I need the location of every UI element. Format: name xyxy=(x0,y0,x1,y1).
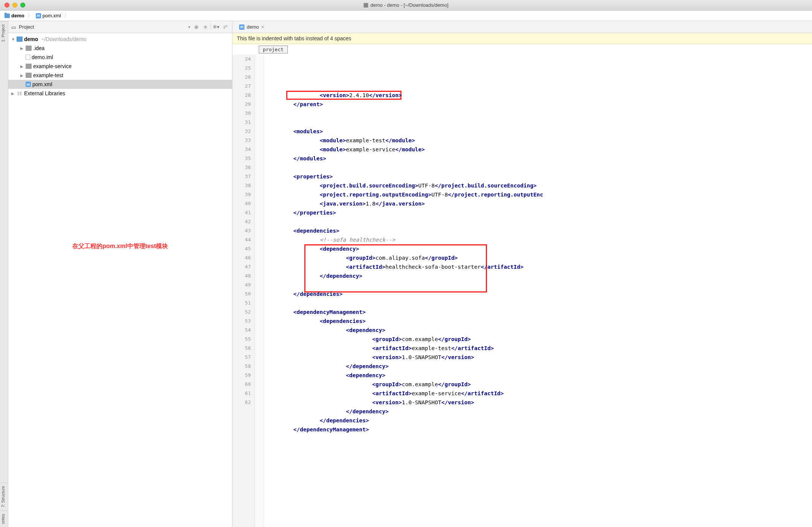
close-window-button[interactable] xyxy=(5,3,9,8)
code-line[interactable] xyxy=(267,118,812,127)
code-line[interactable]: </modules> xyxy=(267,154,812,163)
tree-root-label: demo xyxy=(24,36,38,42)
code-line[interactable]: </dependency> xyxy=(267,271,812,280)
code-line[interactable]: <java.version>1.8</java.version> xyxy=(267,199,812,208)
code-line[interactable]: <artifactId>example-service</artifactId> xyxy=(267,389,812,398)
code-line[interactable] xyxy=(267,434,812,443)
code-line[interactable]: <module>example-service</module> xyxy=(267,145,812,154)
project-panel-tools: ⊕ ≑ ✲▾ ⥂ xyxy=(192,23,229,31)
code-line[interactable]: </dependencies> xyxy=(267,289,812,299)
line-number: 32 xyxy=(232,127,251,136)
line-number: 34 xyxy=(232,145,251,154)
code-line[interactable]: </dependency> xyxy=(267,362,812,371)
code-line[interactable]: </dependency> xyxy=(267,407,812,416)
line-number: 24 xyxy=(232,55,251,64)
tab-project[interactable]: 1: Project xyxy=(0,21,8,45)
line-number: 27 xyxy=(232,82,251,91)
code-line[interactable]: <groupId>com.alipay.sofa</groupId> xyxy=(267,253,812,262)
code-line[interactable] xyxy=(267,217,812,226)
tree-item-idea[interactable]: .idea xyxy=(8,44,232,53)
code-line[interactable]: <version>2.4.10</version> xyxy=(267,91,812,100)
tree-root-path: ~/Downloads/demo xyxy=(41,36,86,42)
project-tree[interactable]: demo ~/Downloads/demo .idea demo.iml exa… xyxy=(8,33,232,99)
code-line[interactable] xyxy=(267,163,812,172)
close-tab-icon[interactable]: × xyxy=(261,24,264,30)
tree-item-example-test[interactable]: example-test xyxy=(8,71,232,80)
line-gutter: 2425262728293031323334353637383940414243… xyxy=(232,55,255,527)
editor-breadcrumb-project[interactable]: project xyxy=(259,46,288,53)
line-number: 45 xyxy=(232,244,251,253)
indent-warning-banner: This file is indented with tabs instead … xyxy=(232,33,812,44)
code-line[interactable]: <modules> xyxy=(267,127,812,136)
code-line[interactable]: </dependencies> xyxy=(267,416,812,425)
code-line[interactable] xyxy=(267,109,812,118)
tree-item-iml[interactable]: demo.iml xyxy=(8,53,232,62)
fold-column xyxy=(255,55,264,527)
editor-tab-demo[interactable]: m demo × xyxy=(235,21,268,33)
code-line[interactable] xyxy=(267,299,812,308)
tree-external-libraries[interactable]: ⦀⦀ External Libraries xyxy=(8,89,232,98)
hide-icon[interactable]: ⥂ xyxy=(221,23,229,31)
code-editor[interactable]: 2425262728293031323334353637383940414243… xyxy=(232,55,812,527)
line-number: 56 xyxy=(232,344,251,353)
tree-item-pom[interactable]: m pom.xml xyxy=(8,80,232,89)
line-number: 28 xyxy=(232,91,251,100)
code-line[interactable]: <artifactId>example-test</artifactId> xyxy=(267,344,812,353)
locate-icon[interactable]: ⊕ xyxy=(192,23,200,31)
code-line[interactable]: <version>1.0-SNAPSHOT</version> xyxy=(267,353,812,362)
code-line[interactable]: <module>example-test</module> xyxy=(267,136,812,145)
code-line[interactable]: <project.reporting.outputEncoding>UTF-8<… xyxy=(267,190,812,199)
tree-item-label: External Libraries xyxy=(24,90,65,96)
breadcrumb-file[interactable]: m pom.xml xyxy=(34,13,63,18)
project-panel-title: Project xyxy=(19,24,186,30)
banner-text: This file is indented with tabs instead … xyxy=(237,35,351,41)
tab-favorites[interactable]: orites xyxy=(0,510,8,527)
caret-right-icon[interactable] xyxy=(20,46,24,50)
code-line[interactable]: <groupId>com.example</groupId> xyxy=(267,335,812,344)
libraries-icon: ⦀⦀ xyxy=(17,91,23,96)
collapse-icon[interactable]: ≑ xyxy=(201,23,209,31)
view-mode-dropdown[interactable]: ▾ xyxy=(188,25,190,29)
code-line[interactable]: </properties> xyxy=(267,208,812,217)
code-line[interactable]: <dependencies> xyxy=(267,226,812,235)
line-number: 61 xyxy=(232,389,251,398)
minimize-window-button[interactable] xyxy=(12,3,17,8)
code-line[interactable]: </dependencyManagement> xyxy=(267,425,812,434)
code-line[interactable]: <artifactId>healthcheck-sofa-boot-starte… xyxy=(267,262,812,271)
code-line[interactable]: <dependencyManagement> xyxy=(267,308,812,317)
breadcrumb-root[interactable]: demo xyxy=(2,13,27,18)
window-title-bar: demo - demo - [~/Downloads/demo] xyxy=(0,0,812,11)
caret-right-icon[interactable] xyxy=(20,73,24,78)
caret-right-icon[interactable] xyxy=(11,91,15,96)
maximize-window-button[interactable] xyxy=(20,3,25,8)
line-number: 42 xyxy=(232,217,251,226)
folder-icon xyxy=(26,73,32,78)
code-line[interactable]: <groupId>com.example</groupId> xyxy=(267,380,812,389)
maven-icon: m xyxy=(239,24,244,30)
code-line[interactable]: <dependency> xyxy=(267,244,812,253)
caret-down-icon[interactable] xyxy=(11,37,15,41)
caret-right-icon[interactable] xyxy=(20,64,24,69)
tree-item-example-service[interactable]: example-service xyxy=(8,62,232,71)
code-line[interactable]: <properties> xyxy=(267,172,812,181)
code-line[interactable]: <dependency> xyxy=(267,371,812,380)
line-number: 36 xyxy=(232,163,251,172)
code-line[interactable] xyxy=(267,280,812,289)
project-panel-header: ▭ Project ▾ ⊕ ≑ ✲▾ ⥂ xyxy=(8,21,232,33)
line-number: 26 xyxy=(232,73,251,82)
line-number: 39 xyxy=(232,190,251,199)
code-line[interactable]: </parent> xyxy=(267,100,812,109)
code-line[interactable]: <version>1.0-SNAPSHOT</version> xyxy=(267,398,812,407)
code-line[interactable]: <dependencies> xyxy=(267,317,812,326)
line-number: 33 xyxy=(232,136,251,145)
line-number: 60 xyxy=(232,380,251,389)
breadcrumb-root-label: demo xyxy=(11,13,24,18)
code-line[interactable]: <project.build.sourceEncoding>UTF-8</pro… xyxy=(267,181,812,190)
code-line[interactable]: <!--sofa healthcheck--> xyxy=(267,235,812,244)
code-line[interactable]: <dependency> xyxy=(267,326,812,335)
window-title: demo - demo - [~/Downloads/demo] xyxy=(363,2,448,8)
code-content[interactable]: <version>2.4.10</version> </parent> <mod… xyxy=(264,55,812,527)
gear-icon[interactable]: ✲▾ xyxy=(212,23,220,31)
tree-root[interactable]: demo ~/Downloads/demo xyxy=(8,35,232,44)
tab-structure[interactable]: 7: Structure xyxy=(0,483,8,510)
